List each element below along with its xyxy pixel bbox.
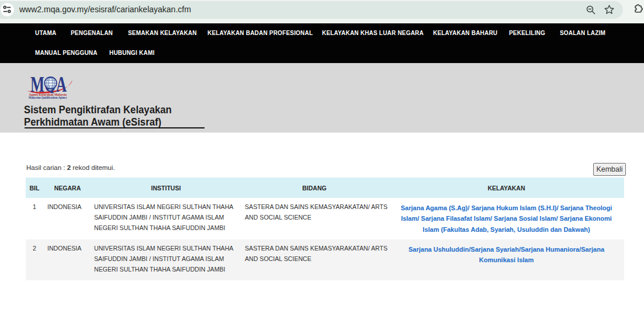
svg-text:Malaysian Qualifications Agenc: Malaysian Qualifications Agency — [29, 96, 67, 99]
